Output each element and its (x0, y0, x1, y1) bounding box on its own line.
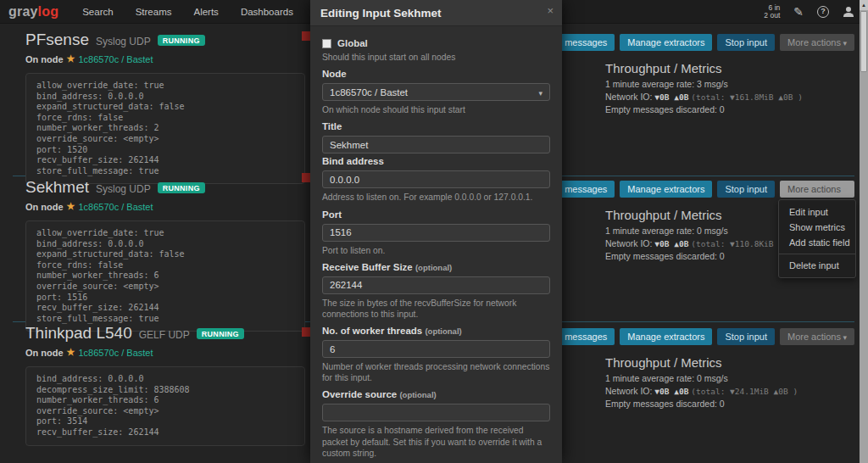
master-node-star-icon (67, 53, 75, 64)
network-io-label: Network IO: (605, 92, 652, 102)
metric-network-io: Network IO: ▼0B ▲0B (total: ▼161.8MiB ▲0… (605, 91, 854, 104)
input-title: PFsense (25, 31, 89, 49)
global-checkbox[interactable] (322, 39, 331, 48)
attribute-line: recv_buffer_size: 262144 (36, 303, 294, 314)
field-help: The size in bytes of the recvBufferSize … (322, 298, 550, 320)
more-actions-button[interactable]: More actions (780, 328, 854, 345)
more-actions-button[interactable]: More actions (780, 34, 854, 51)
attribute-line: bind_address: 0.0.0.0 (36, 92, 294, 103)
input-title-row: Sekhmet Syslog UDP RUNNING (25, 178, 305, 197)
input-actions-pfsense: Show received messages Manage extractors… (598, 34, 854, 116)
red-marker (302, 327, 310, 337)
modal-title: Editing Input Sekhmet (320, 7, 442, 20)
title-input[interactable] (322, 136, 550, 153)
logo-text-gray: gray (8, 4, 38, 19)
metrics-heading: Throughput / Metrics (605, 61, 854, 75)
status-badge: RUNNING (197, 328, 244, 339)
bind-address-input[interactable] (322, 170, 550, 188)
throughput-indicator[interactable]: 6 in 2 out (764, 4, 780, 20)
attribute-line: decompress_size_limit: 8388608 (36, 385, 294, 396)
input-overview-thinkpad: Thinkpad L540 GELF UDP RUNNING On node 1… (25, 324, 305, 446)
scrollbar-thumb[interactable] (860, 11, 867, 72)
port-input[interactable] (322, 224, 550, 242)
metric-rate: 1 minute average rate: 3 msg/s (605, 78, 854, 91)
action-buttons: Show received messages Manage extractors… (598, 34, 854, 51)
more-actions-button-open[interactable]: More actions (780, 181, 854, 198)
port-label: Port (322, 209, 550, 220)
metric-network-io: Network IO: ▼0B ▲0B (total: ▼24.1MiB ▲0B… (605, 385, 854, 399)
field-help: Address to listen on. For example 0.0.0.… (322, 192, 550, 203)
attribute-line: number_worker_threads: 2 (36, 123, 294, 134)
attribute-line: bind_address: 0.0.0.0 (36, 239, 294, 250)
attribute-line: force_rdns: false (36, 113, 294, 124)
global-checkbox-row: Global (322, 38, 550, 48)
optional-tag: (optional) (425, 326, 461, 336)
nav-right: 6 in 2 out ✎ ? (764, 0, 854, 24)
master-node-star-icon (67, 201, 75, 212)
user-icon[interactable] (843, 7, 854, 17)
attribute-line: allow_override_date: true (36, 81, 294, 92)
on-node-label: On node (25, 54, 64, 64)
stop-input-button[interactable]: Stop input (717, 181, 775, 198)
override-source-input[interactable] (322, 404, 550, 421)
master-node-star-icon (67, 347, 75, 358)
help-icon[interactable]: ? (817, 6, 829, 18)
nav-item-search[interactable]: Search (82, 7, 113, 17)
title-label: Title (322, 121, 550, 131)
node-link[interactable]: 1c86570c / Bastet (78, 202, 153, 212)
attribute-line: recv_buffer_size: 262144 (36, 155, 294, 166)
metric-rate: 1 minute average rate: 0 msg/s (605, 372, 854, 385)
node-select[interactable]: 1c86570c / Bastet (322, 83, 550, 101)
throughput-out: 2 out (764, 12, 780, 20)
input-overview-pfsense: PFsense Syslog UDP RUNNING On node 1c865… (25, 31, 305, 184)
close-icon[interactable]: × (547, 4, 554, 17)
menu-item-delete-input[interactable]: Delete input (779, 258, 855, 273)
graylog-logo[interactable]: graylog (8, 4, 58, 20)
menu-item-show-metrics[interactable]: Show metrics (779, 220, 855, 235)
network-io-values: ▼0B ▲0B (654, 92, 688, 102)
override-source-label: Override source (optional) (322, 389, 550, 399)
manage-extractors-button[interactable]: Manage extractors (620, 181, 712, 198)
input-attributes-well: bind_address: 0.0.0.0 decompress_size_li… (25, 366, 305, 446)
more-actions-menu: Edit input Show metrics Add static field… (778, 199, 856, 278)
nav-item-streams[interactable]: Streams (136, 7, 172, 17)
stop-input-button[interactable]: Stop input (717, 34, 775, 51)
field-help: The source is a hostname derived from th… (322, 425, 550, 459)
on-node-label: On node (25, 202, 64, 212)
network-io-label: Network IO: (605, 386, 652, 396)
input-title-row: PFsense Syslog UDP RUNNING (25, 31, 305, 49)
input-type: Syslog UDP (96, 183, 151, 195)
attribute-line: number_worker_threads: 6 (36, 395, 294, 406)
attribute-line: store_full_message: true (36, 314, 294, 325)
nav-item-alerts[interactable]: Alerts (193, 7, 218, 17)
throughput-metrics: Throughput / Metrics 1 minute average ra… (605, 61, 854, 116)
metric-empty-discarded: Empty messages discarded: 0 (605, 103, 854, 116)
attribute-line: allow_override_date: true (36, 228, 294, 239)
node-link[interactable]: 1c86570c / Bastet (78, 54, 153, 64)
node-link[interactable]: 1c86570c / Bastet (78, 348, 153, 358)
page-scrollbar[interactable]: ▲ (860, 0, 868, 463)
nav-item-dashboards[interactable]: Dashboards (241, 7, 293, 17)
input-type: Syslog UDP (96, 36, 151, 47)
menu-divider (779, 254, 855, 254)
network-io-values: ▼0B ▲0B (654, 387, 688, 396)
menu-item-add-static-field[interactable]: Add static field (779, 235, 855, 250)
attribute-line: override_source: <empty> (36, 282, 294, 293)
attribute-line: number_worker_threads: 6 (36, 271, 294, 282)
manage-extractors-button[interactable]: Manage extractors (620, 34, 712, 51)
worker-threads-input[interactable] (322, 340, 550, 358)
red-marker (302, 31, 310, 41)
menu-item-edit-input[interactable]: Edit input (779, 204, 855, 220)
receive-buffer-size-input[interactable] (322, 276, 550, 294)
optional-tag: (optional) (415, 263, 452, 272)
scrollbar-up-arrow-icon[interactable]: ▲ (860, 0, 868, 10)
input-attributes-well: allow_override_date: true bind_address: … (25, 220, 305, 332)
modal-body: Global Should this input start on all no… (310, 26, 562, 463)
optional-tag: (optional) (399, 390, 436, 399)
field-help: Port to listen on. (322, 245, 550, 256)
worker-threads-label: No. of worker threads (optional) (322, 326, 550, 336)
compose-icon[interactable]: ✎ (793, 5, 804, 19)
stop-input-button[interactable]: Stop input (717, 328, 775, 345)
chevron-down-icon (538, 87, 542, 98)
manage-extractors-button[interactable]: Manage extractors (620, 328, 712, 345)
